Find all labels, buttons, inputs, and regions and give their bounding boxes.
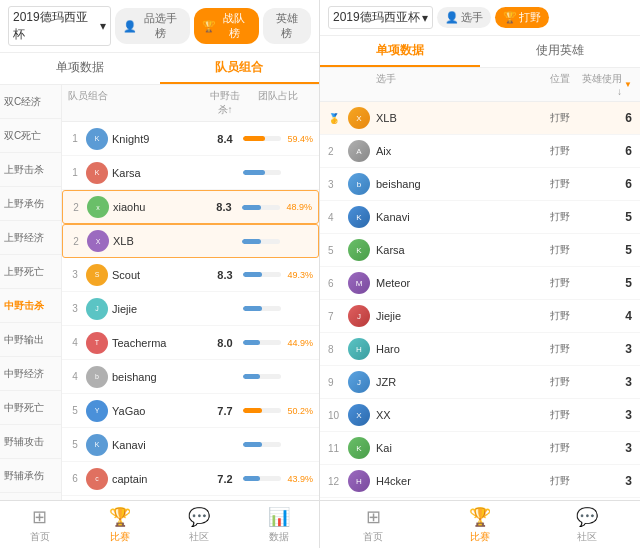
stat-label-item: 野辅死亡 — [0, 493, 61, 500]
bar-fill — [243, 272, 262, 277]
nav-data-left[interactable]: 📊 数据 — [239, 501, 319, 548]
main-container: 2019德玛西亚杯 ▾ 👤 品选手榜 🏆 战队榜 英雄榜 单项数据 队员组合 — [0, 0, 640, 500]
tab-team-rank[interactable]: 🏆 战队榜 — [194, 8, 258, 44]
rank-num: 6 — [68, 473, 82, 484]
player-row[interactable]: 4 b beishang — [62, 360, 319, 394]
rpr-role: 打野 — [537, 177, 582, 191]
rpr-rank: 2 — [328, 146, 348, 157]
rpr-rank: 11 — [328, 443, 348, 454]
rank-num: 1 — [68, 167, 82, 178]
right-player-row[interactable]: 2 A Aix 打野 6 — [320, 135, 640, 168]
tournament-select-left[interactable]: 2019德玛西亚杯 ▾ — [8, 6, 111, 46]
player-row[interactable]: 3 S Scout 8.3 49.3% — [62, 258, 319, 292]
sort-icon: ▼ — [624, 80, 632, 89]
rpr-rank: 4 — [328, 212, 348, 223]
nav-community-right[interactable]: 💬 社区 — [533, 501, 640, 548]
table-header: 队员组合 中野击杀↑ 团队占比 — [62, 85, 319, 122]
right-player-row[interactable]: 4 K Kanavi 打野 5 — [320, 201, 640, 234]
player-row[interactable]: 1 K Karsa — [62, 156, 319, 190]
right-player-row[interactable]: 11 K Kai 打野 3 — [320, 432, 640, 465]
bar-fill — [243, 306, 262, 311]
rpr-name: H4cker — [376, 475, 537, 487]
right-player-row[interactable]: 6 M Meteor 打野 5 — [320, 267, 640, 300]
tab-player-rank-left[interactable]: 👤 品选手榜 — [115, 8, 190, 44]
right-sub-tab-single[interactable]: 单项数据 — [320, 36, 480, 67]
nav-match-left[interactable]: 🏆 比赛 — [80, 501, 160, 548]
tab-hero-rank-right[interactable]: 🏆 打野 — [495, 7, 549, 28]
bar-fill — [243, 408, 262, 413]
right-player-row[interactable]: 12 H H4cker 打野 3 — [320, 465, 640, 498]
player-name: xiaohu — [113, 201, 206, 213]
right-players-list: 🥇 X XLB 打野 6 2 A Aix 打野 6 3 b beishang 打… — [320, 102, 640, 500]
rank-num: 3 — [68, 303, 82, 314]
player-name: Scout — [112, 269, 207, 281]
stat-label-item: 中野击杀 — [0, 289, 61, 323]
rank-num: 5 — [68, 405, 82, 416]
player-row[interactable]: 3 J Jiejie — [62, 292, 319, 326]
bar-fill — [242, 205, 261, 210]
stat-value: 8.3 — [207, 269, 243, 281]
right-player-row[interactable]: 8 H Haro 打野 3 — [320, 333, 640, 366]
bar-container — [243, 442, 313, 447]
player-row[interactable]: 5 K Kanavi — [62, 428, 319, 462]
rpr-count: 5 — [582, 243, 632, 257]
rank-num: 2 — [69, 236, 83, 247]
rpr-role: 打野 — [537, 309, 582, 323]
rpr-role: 打野 — [537, 342, 582, 356]
player-avatar: J — [86, 298, 108, 320]
player-row[interactable]: 6 c captain 7.2 43.9% — [62, 462, 319, 496]
player-row[interactable]: 5 Y YaGao 7.7 50.2% — [62, 394, 319, 428]
tab-player-rank-right[interactable]: 👤 选手 — [437, 7, 491, 28]
rpr-avatar: b — [348, 173, 376, 195]
match-icon-right: 🏆 — [469, 506, 491, 528]
right-player-row[interactable]: 5 K Karsa 打野 5 — [320, 234, 640, 267]
right-player-row[interactable]: 🥇 X XLB 打野 6 — [320, 102, 640, 135]
rpr-avatar: K — [348, 239, 376, 261]
rpr-avatar: H — [348, 338, 376, 360]
rpr-role: 打野 — [537, 243, 582, 257]
nav-community-left[interactable]: 💬 社区 — [160, 501, 240, 548]
right-player-row[interactable]: 9 J JZR 打野 3 — [320, 366, 640, 399]
rpr-avatar: X — [348, 107, 376, 129]
bar-wrap — [243, 272, 281, 277]
rpr-count: 3 — [582, 342, 632, 356]
right-player-row[interactable]: 3 b beishang 打野 6 — [320, 168, 640, 201]
right-player-row[interactable]: 10 X XX 打野 3 — [320, 399, 640, 432]
stat-value: 8.4 — [207, 133, 243, 145]
sub-tab-combo[interactable]: 队员组合 — [160, 53, 320, 84]
bar-wrap — [242, 205, 280, 210]
rpr-name: XX — [376, 409, 537, 421]
player-name: Knight9 — [112, 133, 207, 145]
community-icon-right: 💬 — [576, 506, 598, 528]
player-name: YaGao — [112, 405, 207, 417]
bar-wrap — [243, 476, 281, 481]
tournament-name-right: 2019德玛西亚杯 — [333, 9, 420, 26]
tournament-select-right[interactable]: 2019德玛西亚杯 ▾ — [328, 6, 433, 29]
sub-tab-single[interactable]: 单项数据 — [0, 53, 160, 84]
player-row[interactable]: 4 T Teacherma 8.0 44.9% — [62, 326, 319, 360]
rpr-role: 打野 — [537, 144, 582, 158]
rpr-role: 打野 — [537, 375, 582, 389]
nav-match-right[interactable]: 🏆 比赛 — [427, 501, 534, 548]
player-row[interactable]: 2 x xiaohu 8.3 48.9% — [62, 190, 319, 224]
player-row[interactable]: 1 K Knight9 8.4 59.4% — [62, 122, 319, 156]
rpr-avatar: X — [348, 404, 376, 426]
rpr-name: Karsa — [376, 244, 537, 256]
rpr-name: Meteor — [376, 277, 537, 289]
nav-home-left[interactable]: ⊞ 首页 — [0, 501, 80, 548]
match-icon-left: 🏆 — [109, 506, 131, 528]
tab-hero-rank[interactable]: 英雄榜 — [263, 8, 311, 44]
right-sub-tab-hero[interactable]: 使用英雄 — [480, 36, 640, 67]
rpr-count: 3 — [582, 375, 632, 389]
rpr-rank: 7 — [328, 311, 348, 322]
rank-num: 3 — [68, 269, 82, 280]
player-row[interactable]: 2 X XLB — [62, 224, 319, 258]
bar-container: 48.9% — [242, 202, 312, 212]
right-player-row[interactable]: 7 J Jiejie 打野 4 — [320, 300, 640, 333]
nav-home-right[interactable]: ⊞ 首页 — [320, 501, 427, 548]
player-avatar: x — [87, 196, 109, 218]
player-avatar: K — [86, 434, 108, 456]
stat-label-item: 中野死亡 — [0, 391, 61, 425]
rpr-rank: 3 — [328, 179, 348, 190]
trophy-icon-right: 🏆 — [503, 11, 517, 24]
